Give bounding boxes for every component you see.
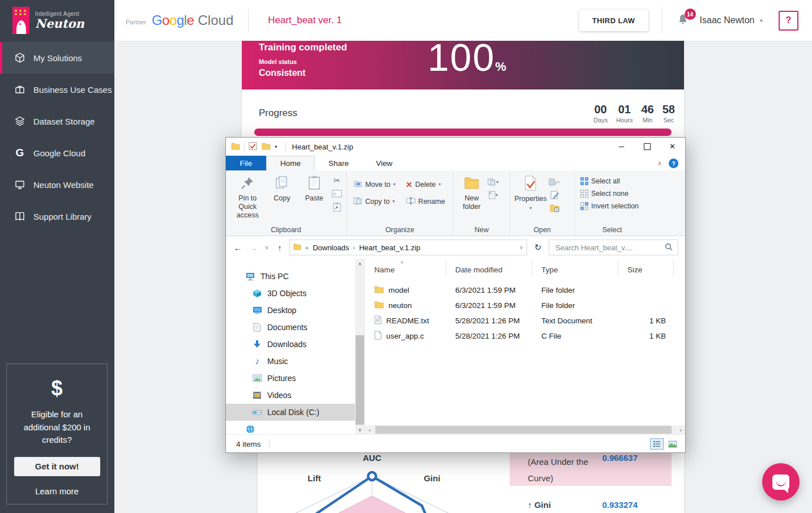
scroll-right-icon[interactable]: ›: [676, 425, 685, 434]
chevron-down-icon[interactable]: ▾: [759, 17, 763, 24]
notifications-bell-icon[interactable]: 14: [676, 13, 691, 28]
scroll-left-icon[interactable]: ‹: [365, 425, 374, 434]
column-header-name[interactable]: ∧ Name: [365, 259, 446, 277]
chevrons-left-icon[interactable]: «: [305, 244, 309, 251]
large-icons-view-button[interactable]: [666, 438, 679, 450]
tab-home[interactable]: Home: [266, 156, 315, 170]
folder-icon[interactable]: [262, 142, 271, 152]
tab-share[interactable]: Share: [315, 156, 362, 170]
progress-label: Progress: [259, 108, 297, 119]
properties-check-icon[interactable]: [249, 142, 257, 152]
column-header-type[interactable]: Type: [532, 259, 618, 277]
copy-button[interactable]: Copy: [266, 174, 298, 220]
file-row-neuton[interactable]: neuton 6/3/2021 1:59 PM File folder: [365, 298, 685, 313]
sidebar-item-google-cloud[interactable]: G Google Cloud: [0, 137, 114, 169]
new-folder-icon: [463, 176, 480, 192]
recent-locations-caret-icon[interactable]: ∨: [263, 245, 270, 250]
history-icon[interactable]: [549, 203, 560, 213]
timer-value: 46: [642, 103, 654, 116]
tree-item-local-disk-c[interactable]: Local Disk (C:): [226, 404, 365, 421]
tree-scrollbar-thumb[interactable]: [356, 335, 364, 425]
tree-item-pictures[interactable]: Pictures: [226, 370, 365, 387]
new-folder-button[interactable]: New folder: [457, 174, 486, 211]
file-row-model[interactable]: model 6/3/2021 1:59 PM File folder: [365, 283, 685, 298]
local-disk-icon: [252, 407, 262, 417]
user-menu[interactable]: Isaac Newton: [700, 15, 755, 25]
search-input[interactable]: [554, 243, 665, 253]
delete-button[interactable]: ✕ Delete▾: [406, 179, 447, 189]
invert-selection-button[interactable]: Invert selection: [580, 202, 645, 210]
horizontal-scrollbar-thumb[interactable]: [375, 426, 672, 434]
explorer-help-icon[interactable]: ?: [669, 159, 678, 168]
third-law-button[interactable]: THIRD LAW: [579, 10, 648, 31]
explorer-titlebar[interactable]: ▾ Heart_beat_v.1.zip ─ ✕: [226, 138, 685, 156]
tree-scrollbar[interactable]: ∧ ∨: [355, 259, 365, 434]
learn-more-link[interactable]: Learn more: [35, 486, 79, 496]
move-to-button[interactable]: Move to▾: [353, 179, 398, 189]
refresh-icon[interactable]: ↻: [531, 240, 545, 255]
breadcrumb-downloads[interactable]: Downloads: [313, 243, 349, 252]
sidebar-item-support-library[interactable]: Support Library: [0, 200, 114, 232]
select-all-button[interactable]: Select all: [580, 177, 645, 185]
notification-badge: 14: [685, 8, 696, 20]
search-box[interactable]: [549, 240, 678, 255]
pc-icon: [245, 271, 255, 281]
tree-item-music[interactable]: ♪ Music: [226, 353, 365, 370]
paste-button[interactable]: Paste: [298, 174, 330, 220]
collapse-ribbon-icon[interactable]: ∧: [657, 160, 662, 167]
chat-launcher-button[interactable]: [762, 463, 800, 501]
quick-access-toolbar-caret-icon[interactable]: ▾: [275, 144, 277, 149]
maximize-button[interactable]: [634, 138, 660, 155]
sidebar-item-my-solutions[interactable]: My Solutions: [0, 42, 114, 74]
up-icon[interactable]: ↑: [273, 243, 286, 253]
cut-icon[interactable]: ✂: [331, 176, 343, 186]
tree-item-3d-objects[interactable]: 3D Objects: [226, 285, 365, 302]
tree-item-videos[interactable]: Videos: [226, 387, 365, 404]
breadcrumb-current[interactable]: Heart_beat_v.1.zip: [359, 243, 420, 252]
sidebar-item-neuton-website[interactable]: Neuton Website: [0, 169, 114, 200]
easy-access-icon[interactable]: ▾: [488, 177, 499, 187]
brand-name: Neuton: [35, 17, 84, 30]
details-view-button[interactable]: [650, 438, 664, 450]
back-icon[interactable]: ←: [232, 243, 244, 253]
brand-logo[interactable]: Intelligent Agent Neuton: [0, 0, 114, 41]
tree-item-desktop[interactable]: Desktop: [226, 302, 365, 319]
help-button[interactable]: ?: [779, 11, 798, 31]
scroll-up-icon[interactable]: ∧: [355, 259, 365, 268]
close-button[interactable]: ✕: [660, 138, 685, 155]
ribbon-group-select: Select all Select none Invert selection …: [575, 170, 649, 236]
column-header-date-modified[interactable]: Date modified: [446, 259, 532, 277]
minimize-button[interactable]: ─: [609, 138, 634, 155]
select-none-button[interactable]: Select none: [580, 190, 645, 198]
pin-to-quick-access-button[interactable]: Pin to Quick access: [229, 174, 266, 220]
open-with-icon[interactable]: ▾: [549, 177, 560, 187]
address-dropdown-icon[interactable]: ∨: [519, 245, 523, 250]
rename-button[interactable]: Rename: [406, 196, 447, 206]
address-bar[interactable]: « Downloads › Heart_beat_v.1.zip ∨: [289, 240, 527, 255]
tree-item-network-partial[interactable]: [226, 421, 365, 434]
horizontal-scrollbar[interactable]: ‹ ›: [365, 425, 685, 434]
tree-item-this-pc[interactable]: This PC: [226, 268, 365, 285]
tree-item-documents[interactable]: Documents: [226, 319, 365, 336]
properties-button[interactable]: Properties▾: [514, 174, 548, 213]
paste-shortcut-icon[interactable]: [331, 202, 343, 212]
column-header-size[interactable]: Size: [618, 259, 674, 277]
sidebar-nav: My Solutions Business Use Cases Dataset …: [0, 42, 114, 232]
copy-to-button[interactable]: Copy to▾: [353, 196, 398, 206]
tab-file[interactable]: File: [226, 156, 266, 170]
metrics-card: AUC Lift Gini (Area Under theCurve) 0.96…: [258, 446, 684, 513]
timer-value: 58: [663, 103, 675, 116]
tree-item-downloads[interactable]: Downloads: [226, 336, 365, 353]
file-row-user-app-c[interactable]: user_app.c 5/28/2021 1:26 PM C File 1 KB: [365, 328, 685, 344]
scroll-down-icon[interactable]: ∨: [355, 425, 365, 434]
file-row-readme[interactable]: README.txt 5/28/2021 1:26 PM Text Docume…: [365, 313, 685, 328]
edit-icon[interactable]: [549, 190, 560, 200]
get-it-now-button[interactable]: Get it now!: [14, 457, 100, 476]
forward-icon[interactable]: →: [247, 243, 260, 253]
metric-auc-value: 0.966637: [602, 453, 638, 463]
new-item-icon[interactable]: ▾: [488, 190, 499, 200]
tab-view[interactable]: View: [362, 156, 406, 170]
sidebar-item-dataset-storage[interactable]: Dataset Storage: [0, 105, 114, 137]
copy-path-icon[interactable]: \\..: [331, 189, 343, 199]
sidebar-item-business-use-cases[interactable]: Business Use Cases: [0, 74, 114, 105]
